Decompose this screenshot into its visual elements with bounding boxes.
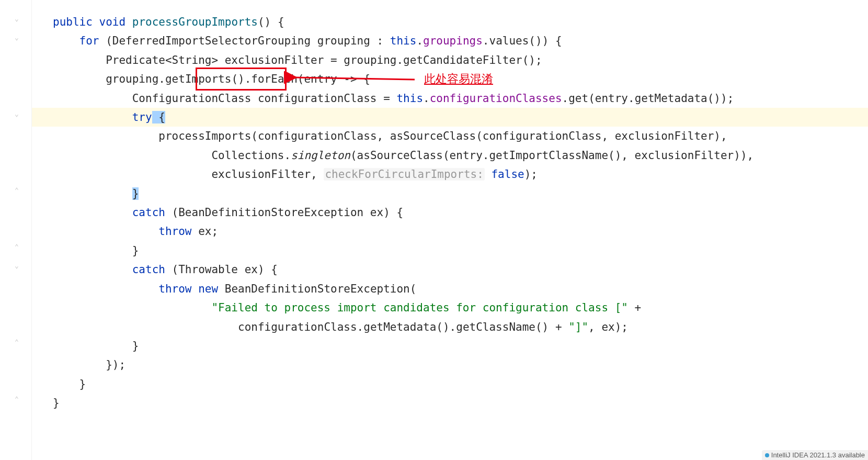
code-line: } — [53, 244, 139, 257]
fold-marker-icon[interactable]: ⌃ — [15, 244, 21, 250]
code-line: Collections.singleton(asSourceClass(entr… — [53, 149, 753, 162]
code-line: configurationClass.getMetadata().getClas… — [53, 321, 628, 333]
code-line: throw ex; — [53, 225, 218, 238]
notification-dot-icon — [765, 453, 769, 457]
code-line: try { — [53, 111, 165, 124]
code-line: processImports(configurationClass, asSou… — [53, 130, 727, 142]
code-line: throw new BeanDefinitionStoreException( — [53, 283, 416, 295]
code-line: catch (BeanDefinitionStoreException ex) … — [53, 206, 403, 219]
ide-update-notice[interactable]: IntelliJ IDEA 2021.1.3 available — [762, 450, 868, 460]
code-line: "Failed to process import candidates for… — [53, 301, 641, 314]
code-line: public void processGroupImports() { — [53, 16, 284, 28]
code-line: } — [53, 187, 139, 200]
code-line: ConfigurationClass configurationClass = … — [53, 92, 734, 105]
fold-marker-icon[interactable]: ⌄ — [15, 16, 21, 22]
code-viewport[interactable]: public void processGroupImports() { for … — [32, 0, 868, 460]
code-line: grouping.getImports().forEach(entry -> { — [53, 73, 370, 85]
code-line: Predicate<String> exclusionFilter = grou… — [53, 54, 542, 66]
fold-marker-icon[interactable]: ⌃ — [15, 396, 21, 402]
code-line: } — [53, 378, 86, 390]
fold-marker-icon[interactable]: ⌄ — [15, 263, 21, 269]
fold-marker-icon[interactable]: ⌄ — [15, 35, 21, 41]
fold-marker-icon[interactable]: ⌃ — [15, 187, 21, 194]
code-line: for (DeferredImportSelectorGrouping grou… — [53, 35, 562, 47]
code-line: }); — [53, 358, 125, 371]
update-text: IntelliJ IDEA 2021.1.3 available — [771, 451, 865, 459]
code-line: } — [53, 340, 139, 352]
code-line: catch (Throwable ex) { — [53, 263, 278, 276]
gutter: ⌄ ⌄ ⌄ ⌃ ⌃ ⌄ ⌃ ⌃ — [0, 0, 32, 460]
code-line: exclusionFilter, checkForCircularImports… — [53, 168, 538, 181]
code-editor[interactable]: ⌄ ⌄ ⌄ ⌃ ⌃ ⌄ ⌃ ⌃ public void processGroup… — [0, 0, 868, 460]
code-line: } — [53, 397, 60, 409]
annotation-note: 此处容易混淆 — [424, 71, 493, 87]
fold-marker-icon[interactable]: ⌄ — [15, 111, 21, 117]
fold-marker-icon[interactable]: ⌃ — [15, 339, 21, 345]
